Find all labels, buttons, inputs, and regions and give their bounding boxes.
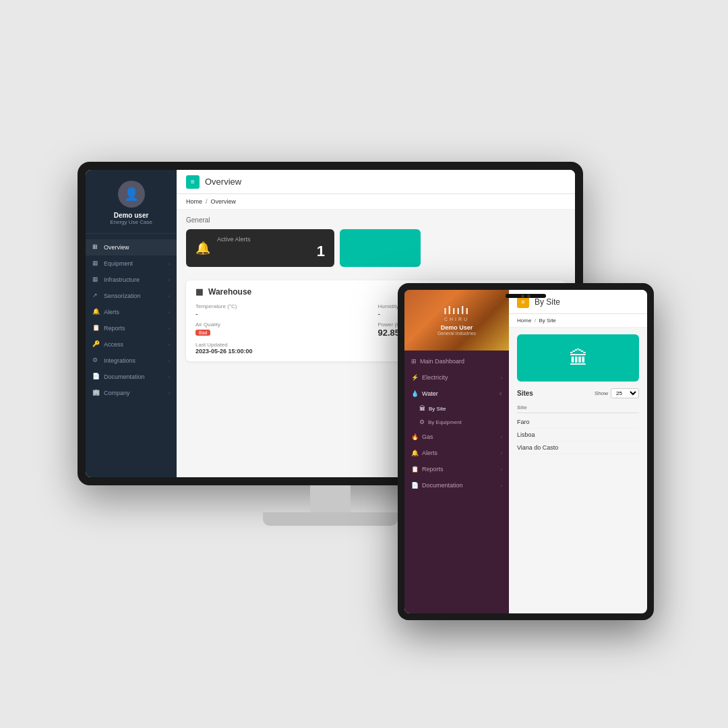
tablet-nav-by-equipment[interactable]: ⚙ By Equipment	[404, 415, 509, 429]
tablet-camera-bar	[506, 294, 546, 298]
sensorization-icon: ↗	[92, 292, 100, 300]
show-select[interactable]: 25 50 100	[611, 388, 639, 398]
tablet-sidebar-header: ılıılı CHIRU Demo User General Industrie…	[404, 290, 509, 351]
chevron-down-icon: ∨	[499, 391, 502, 396]
tablet-content: 🏛 Sites Show 25 50 100	[509, 328, 647, 613]
equipment-icon: ▦	[92, 260, 100, 268]
sidebar-item-sensorization-label: Sensorization	[104, 293, 141, 299]
sidebar-item-reports[interactable]: 📋 Reports ›	[86, 320, 177, 336]
air-quality-value: Bad	[195, 328, 374, 336]
desktop-user-section: 👤 Demo user Energy Use Case	[86, 170, 177, 234]
desktop-sidebar: 👤 Demo user Energy Use Case ⊞ Overview	[86, 170, 177, 477]
company-icon: 🏢	[92, 389, 100, 397]
tablet-nav-water[interactable]: 💧 Water ∨	[404, 386, 509, 402]
sidebar-item-integrations[interactable]: ⚙ Integrations ›	[86, 353, 177, 369]
building-icon-large: 🏛	[569, 347, 588, 369]
alerts-icon: 🔔	[92, 308, 100, 316]
sidebar-item-alerts[interactable]: 🔔 Alerts ›	[86, 304, 177, 320]
tablet-breadcrumb-home[interactable]: Home	[517, 317, 531, 324]
sidebar-item-sensorization[interactable]: ↗ Sensorization ›	[86, 288, 177, 304]
tablet-logo: ılıılı	[444, 305, 470, 317]
tablet-user-role: General Industries	[437, 331, 476, 336]
tablet-nav-by-site[interactable]: 🏛 By Site	[404, 402, 509, 415]
sidebar-item-documentation[interactable]: 📄 Documentation ›	[86, 369, 177, 385]
tablet-nav-electricity-label: Electricity	[422, 374, 448, 381]
chevron-right-icon: ›	[169, 375, 170, 380]
chevron-right-icon: ›	[501, 483, 502, 488]
warehouse-title-text: Warehouse	[208, 287, 251, 297]
sidebar-item-access-label: Access	[104, 341, 123, 348]
site-row-lisboa[interactable]: Lisboa	[517, 429, 639, 442]
tablet-nav-reports[interactable]: 📋 Reports ›	[404, 461, 509, 477]
tablet-logo-sub: CHIRU	[444, 317, 469, 322]
breadcrumb-home[interactable]: Home	[186, 198, 202, 205]
sidebar-item-equipment-label: Equipment	[104, 260, 133, 267]
section-label: General	[186, 216, 566, 224]
alerts-icon: 🔔	[411, 450, 419, 456]
site-row-viana[interactable]: Viana do Casto	[517, 442, 639, 454]
teal-summary-card	[340, 229, 421, 267]
chevron-right-icon: ›	[169, 278, 170, 282]
tablet-nav-gas[interactable]: 🔥 Gas ›	[404, 429, 509, 445]
tablet-nav-main-dashboard-label: Main Dashboard	[420, 358, 464, 365]
desktop-user-name: Demo user	[114, 212, 149, 219]
dashboard-icon: ⊞	[411, 358, 417, 365]
desktop-page-title: Overview	[205, 177, 241, 187]
site-row-faro[interactable]: Faro	[517, 416, 639, 429]
infrastructure-icon: ▦	[92, 276, 100, 284]
chevron-right-icon: ›	[169, 310, 170, 315]
sidebar-item-infrastructure-label: Infrastructure	[104, 276, 140, 283]
sidebar-item-alerts-label: Alerts	[104, 309, 119, 315]
sidebar-item-overview[interactable]: ⊞ Overview	[86, 239, 177, 255]
sidebar-item-equipment[interactable]: ▦ Equipment ›	[86, 255, 177, 272]
sidebar-item-infrastructure[interactable]: ▦ Infrastructure ›	[86, 272, 177, 288]
warehouse-icon: ▦	[195, 287, 203, 297]
breadcrumb-current: Overview	[211, 198, 237, 205]
avatar: 👤	[118, 181, 145, 208]
chevron-right-icon: ›	[169, 294, 170, 299]
tablet-nav-by-site-label: By Site	[429, 406, 446, 412]
gas-icon: 🔥	[411, 433, 419, 440]
menu-icon[interactable]: ≡	[186, 175, 200, 189]
building-icon: 🏛	[419, 405, 425, 412]
monitor-stand-base	[263, 512, 398, 526]
chevron-right-icon: ›	[169, 391, 170, 396]
tablet-nav-alerts[interactable]: 🔔 Alerts ›	[404, 445, 509, 461]
air-quality-item: Air Quality Bad	[195, 322, 374, 338]
tablet-nav-reports-label: Reports	[422, 466, 444, 473]
show-label: Show	[595, 390, 608, 396]
tablet: ılıılı CHIRU Demo User General Industrie…	[398, 283, 654, 634]
sidebar-item-company-label: Company	[104, 390, 130, 396]
access-icon: 🔑	[92, 340, 100, 348]
tablet-nav-alerts-label: Alerts	[422, 450, 437, 456]
water-icon: 💧	[411, 390, 419, 397]
sidebar-item-company[interactable]: 🏢 Company ›	[86, 385, 177, 401]
bad-badge: Bad	[195, 330, 210, 336]
monitor-stand-neck	[310, 485, 351, 512]
desktop-nav: ⊞ Overview ▦ Equipment ›	[86, 234, 177, 477]
tablet-nav-water-label: Water	[422, 390, 438, 397]
tablet-nav-main-dashboard[interactable]: ⊞ Main Dashboard	[404, 353, 509, 369]
gear-icon: ⚙	[419, 419, 425, 425]
sidebar-item-overview-label: Overview	[104, 244, 129, 251]
sites-table-header: Sites Show 25 50 100	[517, 388, 639, 398]
chevron-right-icon: ›	[169, 262, 170, 266]
doc-icon: 📄	[411, 482, 419, 489]
tablet-page-title: By Site	[535, 297, 560, 307]
chevron-right-icon: ›	[501, 435, 502, 439]
integrations-icon: ⚙	[92, 357, 100, 365]
alerts-text: Active Alerts 1	[217, 236, 325, 260]
tablet-breadcrumb-current: By Site	[539, 317, 555, 324]
building-card: 🏛	[517, 334, 639, 382]
bell-icon: 🔔	[195, 241, 210, 255]
electricity-icon: ⚡	[411, 374, 419, 381]
documentation-icon: 📄	[92, 373, 100, 381]
tablet-nav-electricity[interactable]: ⚡ Electricity ›	[404, 369, 509, 386]
chevron-right-icon: ›	[501, 467, 502, 472]
alerts-count: 1	[217, 243, 325, 260]
tablet-nav-documentation[interactable]: 📄 Documentation ›	[404, 477, 509, 493]
temp-value: -	[195, 309, 374, 317]
sidebar-item-access[interactable]: 🔑 Access ›	[86, 336, 177, 353]
scene: 👤 Demo user Energy Use Case ⊞ Overview	[0, 0, 728, 728]
camera-dot-2	[527, 295, 530, 298]
